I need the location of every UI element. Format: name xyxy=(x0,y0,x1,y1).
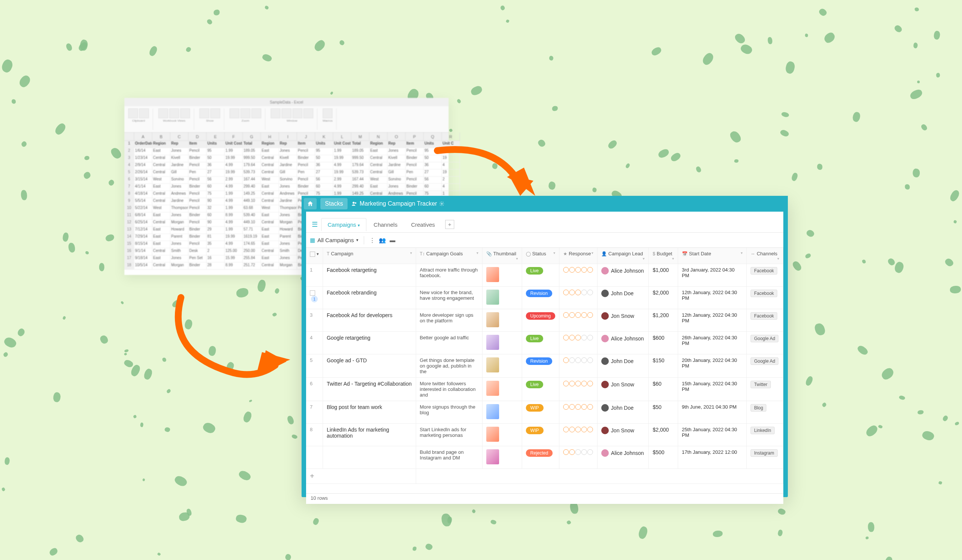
cell-start-date[interactable]: 15th January, 2022 04:30 PM xyxy=(678,378,747,401)
cell-lead[interactable]: John Doe xyxy=(601,290,645,297)
cell-response[interactable] xyxy=(559,401,597,424)
tab-campaigns[interactable]: Campaigns ▾ xyxy=(321,218,366,231)
cell-budget[interactable]: $150 xyxy=(649,354,678,378)
cell-budget[interactable]: $2,000 xyxy=(649,424,678,446)
thumbnail-image[interactable] xyxy=(486,381,499,396)
cell-response[interactable] xyxy=(559,332,597,354)
cell-lead[interactable]: Jon Snow xyxy=(601,381,645,388)
status-badge[interactable]: Revision xyxy=(526,290,552,297)
table-row[interactable]: Build brand page on Instagram and DMReje… xyxy=(306,446,783,469)
cell-goals[interactable]: New voice for the brand, have strong eng… xyxy=(416,286,482,309)
cell-start-date[interactable]: 17th January, 2022 12:00 xyxy=(678,446,747,469)
stacks-button[interactable]: Stacks xyxy=(320,198,347,209)
col-budget[interactable]: $Budget▾ xyxy=(649,248,678,264)
col-status[interactable]: ◯Status▾ xyxy=(522,248,559,264)
channel-tag[interactable]: Facebook xyxy=(751,267,777,275)
status-badge[interactable]: Revision xyxy=(526,357,552,365)
cell-budget[interactable]: $60 xyxy=(649,378,678,401)
cell-start-date[interactable]: 26th January, 2022 04:30 PM xyxy=(678,332,747,354)
channel-tag[interactable]: Google Ad xyxy=(751,335,778,342)
cell-goals[interactable]: Get things done template on google ad, p… xyxy=(416,354,482,378)
status-badge[interactable]: WIP xyxy=(526,427,544,434)
cell-lead[interactable]: Jon Snow xyxy=(601,427,645,434)
cell-response[interactable] xyxy=(559,264,597,286)
cell-response[interactable] xyxy=(559,286,597,309)
cell-goals[interactable]: Build brand page on Instagram and DM xyxy=(416,446,482,469)
channel-tag[interactable]: Facebook xyxy=(751,290,777,297)
status-badge[interactable]: Live xyxy=(526,381,543,388)
add-row-button[interactable]: + xyxy=(306,469,416,484)
cell-goals[interactable]: More developer sign ups on the platform xyxy=(416,309,482,332)
tab-channels[interactable]: Channels xyxy=(367,218,404,231)
table-row[interactable]: 8LinkedIn Ads for marketing automationSt… xyxy=(306,424,783,446)
cell-budget[interactable]: $50 xyxy=(649,401,678,424)
cell-budget[interactable]: $500 xyxy=(649,446,678,469)
table-row[interactable]: 7Blog post for team workMore signups thr… xyxy=(306,401,783,424)
cell-start-date[interactable]: 12th January, 2022 04:30 PM xyxy=(678,286,747,309)
cell-budget[interactable]: $600 xyxy=(649,332,678,354)
cell-campaign[interactable]: LinkedIn Ads for marketing automation xyxy=(323,424,416,446)
cell-campaign[interactable]: Twitter Ad - Targeting #Collaboration xyxy=(323,378,416,401)
cell-goals[interactable]: Better google ad traffic xyxy=(416,332,482,354)
col-start[interactable]: 📅Start Date▾ xyxy=(678,248,747,264)
table-row[interactable]: 1Facebook retargetingAttract more traffi… xyxy=(306,264,783,286)
channel-tag[interactable]: Twitter xyxy=(751,381,770,388)
cell-campaign[interactable]: Facebook Ad for developers xyxy=(323,309,416,332)
col-channels[interactable]: ↔Channels▾ xyxy=(747,248,783,264)
cell-campaign[interactable]: Google ad - GTD xyxy=(323,354,416,378)
tab-creatives[interactable]: Creatives xyxy=(405,218,441,231)
table-row[interactable]: 1Facebook rebrandingNew voice for the br… xyxy=(306,286,783,309)
col-thumbnail[interactable]: 📎Thumbnail▾ xyxy=(482,248,522,264)
layout-icon[interactable]: ▬ xyxy=(390,237,395,244)
cell-start-date[interactable]: 9th June, 2021 04:30 PM xyxy=(678,401,747,424)
cell-campaign[interactable]: Blog post for team work xyxy=(323,401,416,424)
cell-lead[interactable]: John Doe xyxy=(601,404,645,412)
filter-icon[interactable]: ⋮ xyxy=(370,237,375,244)
menu-icon[interactable]: ☰ xyxy=(309,219,320,230)
cell-start-date[interactable]: 12th January, 2022 04:30 PM xyxy=(678,309,747,332)
channel-tag[interactable]: Blog xyxy=(751,404,767,412)
status-badge[interactable]: WIP xyxy=(526,404,544,412)
cell-lead[interactable]: John Doe xyxy=(601,357,645,365)
cell-goals[interactable]: More twitter followers interested in col… xyxy=(416,378,482,401)
thumbnail-image[interactable] xyxy=(486,267,499,282)
channel-tag[interactable]: Instagram xyxy=(751,449,777,457)
cell-budget[interactable]: $2,000 xyxy=(649,286,678,309)
table-row[interactable]: 4Google retargetingBetter google ad traf… xyxy=(306,332,783,354)
table-row[interactable]: 6Twitter Ad - Targeting #CollaborationMo… xyxy=(306,378,783,401)
cell-campaign[interactable]: Google retargeting xyxy=(323,332,416,354)
cell-campaign[interactable] xyxy=(323,446,416,469)
thumbnail-image[interactable] xyxy=(486,357,499,372)
thumbnail-image[interactable] xyxy=(486,449,499,464)
add-table-button[interactable]: + xyxy=(445,220,454,229)
table-row[interactable]: 5Google ad - GTDGet things done template… xyxy=(306,354,783,378)
cell-campaign[interactable]: Facebook rebranding xyxy=(323,286,416,309)
col-campaign[interactable]: TCampaign▾ xyxy=(323,248,416,264)
cell-goals[interactable]: More signups through the blog xyxy=(416,401,482,424)
status-badge[interactable]: Rejected xyxy=(526,449,553,457)
cell-budget[interactable]: $1,000 xyxy=(649,264,678,286)
cell-start-date[interactable]: 20th January, 2022 04:30 PM xyxy=(678,354,747,378)
col-response[interactable]: ★Response▾ xyxy=(559,248,597,264)
thumbnail-image[interactable] xyxy=(486,427,499,442)
cell-campaign[interactable]: Facebook retargeting xyxy=(323,264,416,286)
cell-response[interactable] xyxy=(559,309,597,332)
col-checkbox[interactable]: ▾ xyxy=(306,248,323,264)
thumbnail-image[interactable] xyxy=(486,290,499,305)
thumbnail-image[interactable] xyxy=(486,312,499,327)
thumbnail-image[interactable] xyxy=(486,335,499,350)
cell-goals[interactable]: Start LinkedIn ads for marketing persona… xyxy=(416,424,482,446)
home-button[interactable] xyxy=(304,198,316,209)
table-row[interactable]: 3Facebook Ad for developersMore develope… xyxy=(306,309,783,332)
cell-goals[interactable]: Attract more traffic through facebook. xyxy=(416,264,482,286)
cell-lead[interactable]: Jon Snow xyxy=(601,312,645,320)
channel-tag[interactable]: Facebook xyxy=(751,312,777,320)
cell-lead[interactable]: Alice Johnson xyxy=(601,449,645,457)
cell-budget[interactable]: $1,200 xyxy=(649,309,678,332)
cell-start-date[interactable]: 3rd January, 2022 04:30 PM xyxy=(678,264,747,286)
cell-lead[interactable]: Alice Johnson xyxy=(601,335,645,342)
users-toolbar-icon[interactable]: 👥 xyxy=(379,237,386,244)
cell-start-date[interactable]: 25th January, 2022 04:30 PM xyxy=(678,424,747,446)
channel-tag[interactable]: LinkedIn xyxy=(751,427,774,434)
cell-response[interactable] xyxy=(559,378,597,401)
